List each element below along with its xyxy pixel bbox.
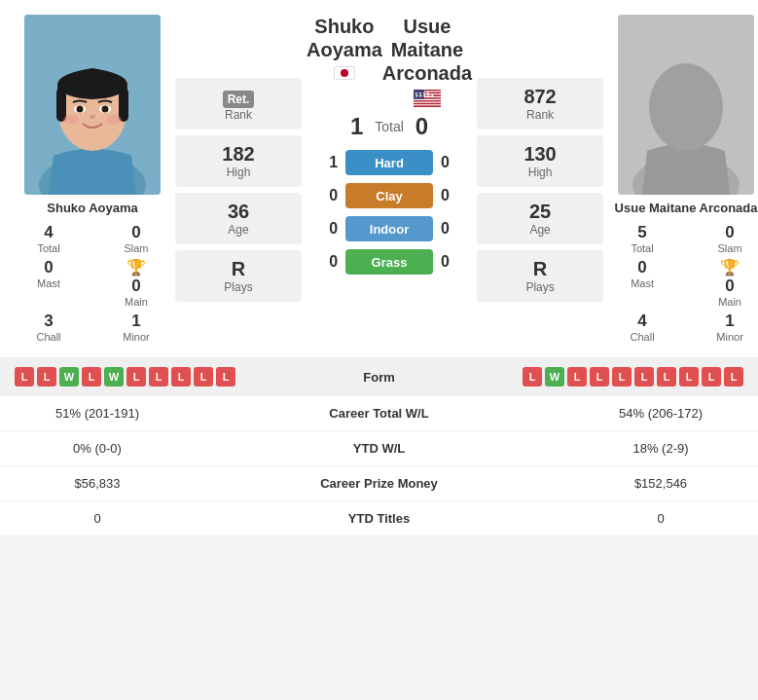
left-form-badge-l: L xyxy=(149,367,168,387)
stats-center-3: YTD Titles xyxy=(195,501,563,536)
indoor-button[interactable]: Indoor xyxy=(345,216,433,241)
left-mast-cell: 0 Mast xyxy=(10,258,88,308)
left-form-badge-l: L xyxy=(216,367,235,387)
left-mast-val: 0 xyxy=(44,258,53,277)
left-slam-lbl: Slam xyxy=(124,242,148,254)
left-chall-val: 3 xyxy=(44,312,53,331)
form-section: LLWLWLLLLL Form LWLLLLLLLL xyxy=(0,357,758,396)
clay-button[interactable]: Clay xyxy=(345,183,433,208)
right-mast-val: 0 xyxy=(637,258,646,277)
grass-row: 0 Grass 0 xyxy=(307,249,472,275)
stats-left-0: 51% (201-191) xyxy=(0,396,195,431)
left-player-photo xyxy=(24,15,161,195)
right-rank-val: 872 xyxy=(488,86,592,108)
right-trophy-icon: 🏆 xyxy=(720,258,740,276)
svg-text:★★★★: ★★★★ xyxy=(414,91,429,95)
right-trophy-cell: 🏆 0 Main xyxy=(691,258,758,308)
left-side-info: Ret. Rank 182 High 36 Age R Plays xyxy=(175,15,302,343)
right-slam-cell: 0 Slam xyxy=(691,223,758,254)
right-form-badge-w: W xyxy=(545,367,564,387)
grass-button[interactable]: Grass xyxy=(345,249,433,275)
left-rank-val: Ret. xyxy=(187,86,290,108)
left-total-cell: 4 Total xyxy=(10,223,88,254)
left-trophy-icon: 🏆 xyxy=(126,258,146,276)
left-form-badge-w: W xyxy=(104,367,124,387)
clay-row: 0 Clay 0 xyxy=(307,183,472,208)
left-slam-val: 0 xyxy=(131,223,140,242)
left-age-lbl: Age xyxy=(187,223,290,237)
stats-table: 51% (201-191) Career Total W/L 54% (206-… xyxy=(0,396,758,536)
left-rank-box: Ret. Rank xyxy=(175,78,302,129)
right-form-badge-l: L xyxy=(679,367,699,387)
hard-right-score: 0 xyxy=(441,154,458,171)
left-player-card: Shuko Aoyama 4 Total 0 Slam 0 Mast 🏆 xyxy=(10,15,175,343)
right-form-badge-l: L xyxy=(634,367,654,387)
grass-right-score: 0 xyxy=(441,253,458,271)
svg-rect-23 xyxy=(414,103,441,104)
clay-left-score: 0 xyxy=(320,187,338,204)
right-form-badges: LWLLLLLLLL xyxy=(415,367,744,387)
right-total-lbl: Total xyxy=(631,242,653,254)
right-player-photo xyxy=(618,15,754,195)
svg-rect-24 xyxy=(414,104,441,105)
right-age-lbl: Age xyxy=(488,223,592,237)
right-main-lbl: Main xyxy=(718,296,741,308)
right-form-badge-l: L xyxy=(657,367,676,387)
right-side-info: 872 Rank 130 High 25 Age R Plays xyxy=(477,15,603,343)
left-chall-cell: 3 Chall xyxy=(10,312,88,343)
left-minor-val: 1 xyxy=(131,312,140,331)
left-player-image xyxy=(24,15,161,195)
hard-left-score: 1 xyxy=(320,154,338,171)
clay-right-score: 0 xyxy=(441,187,458,204)
stats-center-2: Career Prize Money xyxy=(195,466,563,501)
left-player-name: Shuko Aoyama xyxy=(47,201,137,215)
left-form-badge-l: L xyxy=(171,367,191,387)
svg-rect-22 xyxy=(414,101,441,102)
stats-right-0: 54% (206-172) xyxy=(563,396,758,431)
right-age-box: 25 Age xyxy=(477,193,603,244)
right-high-val: 130 xyxy=(488,143,592,166)
left-total-score: 1 xyxy=(350,113,363,140)
right-form-badge-l: L xyxy=(702,367,721,387)
right-main-val: 0 xyxy=(725,276,734,296)
stats-right-2: $152,546 xyxy=(563,466,758,501)
right-chall-val: 4 xyxy=(637,312,646,331)
stats-center-0: Career Total W/L xyxy=(195,396,563,431)
total-label: Total xyxy=(375,119,404,134)
right-form-badge-l: L xyxy=(567,367,587,387)
right-form-badge-l: L xyxy=(523,367,542,387)
stats-left-2: $56,833 xyxy=(0,466,195,501)
left-form-badge-l: L xyxy=(15,367,34,387)
right-chall-cell: 4 Chall xyxy=(603,312,681,343)
left-main-val: 0 xyxy=(131,276,140,296)
left-player-title-block: Shuko Aoyama xyxy=(307,15,382,80)
svg-rect-5 xyxy=(56,88,66,122)
right-rank-box: 872 Rank xyxy=(477,78,603,129)
us-flag: ★★★★★ ★★★★ xyxy=(414,90,441,107)
right-plays-lbl: Plays xyxy=(488,280,592,294)
right-plays-box: R Plays xyxy=(477,250,603,302)
right-mast-cell: 0 Mast xyxy=(603,258,681,308)
left-plays-val: R xyxy=(187,258,290,280)
left-high-val: 182 xyxy=(187,143,290,166)
left-chall-lbl: Chall xyxy=(36,331,60,343)
right-stats-grid: 5 Total 0 Slam 0 Mast 🏆 0 Main xyxy=(603,223,758,343)
stats-left-3: 0 xyxy=(0,501,195,536)
main-container: Shuko Aoyama 4 Total 0 Slam 0 Mast 🏆 xyxy=(0,0,758,536)
left-trophy-cell: 🏆 0 Main xyxy=(97,258,175,308)
svg-rect-25 xyxy=(414,106,441,107)
left-form-badge-l: L xyxy=(126,367,146,387)
left-ret-badge: Ret. xyxy=(223,91,255,108)
svg-point-11 xyxy=(63,115,79,125)
indoor-right-score: 0 xyxy=(441,220,458,238)
right-player-title-block: Usue Maitane Arconada xyxy=(382,15,472,107)
left-total-val: 4 xyxy=(44,223,53,242)
svg-rect-20 xyxy=(414,99,441,100)
hard-button[interactable]: Hard xyxy=(345,150,433,175)
jp-circle xyxy=(341,69,348,77)
stats-row-2: $56,833 Career Prize Money $152,546 xyxy=(0,466,758,501)
right-minor-lbl: Minor xyxy=(716,331,743,343)
right-rank-lbl: Rank xyxy=(488,108,592,122)
stats-right-3: 0 xyxy=(563,501,758,536)
svg-rect-32 xyxy=(676,129,696,151)
